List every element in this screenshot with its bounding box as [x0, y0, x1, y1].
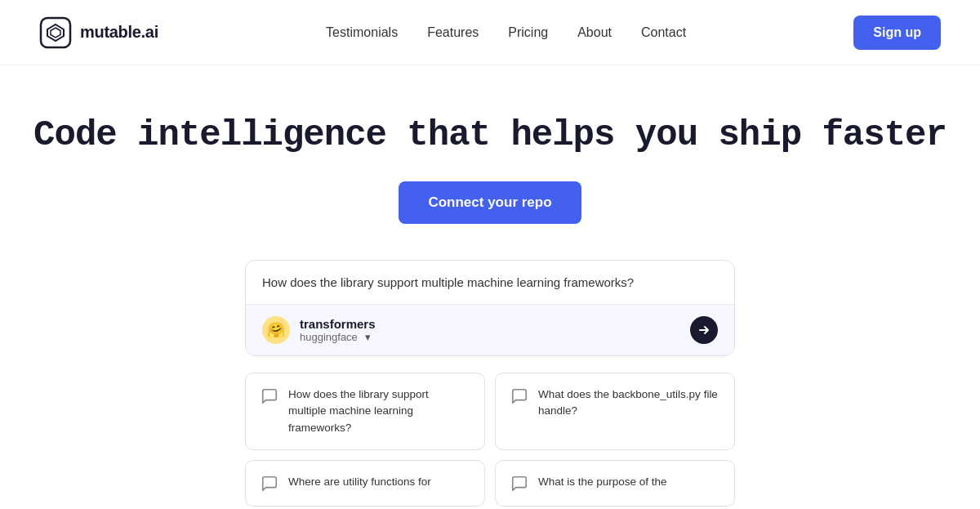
nav-contact[interactable]: Contact — [641, 25, 686, 40]
logo-icon — [39, 16, 72, 49]
suggestion-text-4: What is the purpose of the — [538, 474, 667, 490]
chat-icon-3 — [261, 475, 278, 493]
suggestion-text-2: What does the backbone_utils.py file han… — [538, 386, 719, 420]
arrow-right-icon — [697, 324, 710, 337]
nav-features[interactable]: Features — [427, 25, 479, 40]
suggestion-card-3[interactable]: Where are utility functions for — [245, 460, 485, 507]
chevron-down-icon: ▾ — [365, 331, 371, 343]
repo-details: transformers huggingface ▾ — [300, 317, 376, 343]
suggestion-text-1: How does the library support multiple ma… — [288, 386, 470, 436]
suggestion-card-4[interactable]: What is the purpose of the — [495, 460, 735, 507]
connect-repo-button[interactable]: Connect your repo — [399, 181, 581, 224]
chat-icon-1 — [261, 387, 278, 405]
repo-selector[interactable]: 🤗 transformers huggingface ▾ — [246, 305, 734, 355]
chat-icon-4 — [510, 475, 528, 493]
hero-title: Code intelligence that helps you ship fa… — [33, 114, 947, 155]
repo-name: transformers — [300, 317, 376, 331]
suggestion-text-3: Where are utility functions for — [288, 474, 431, 490]
nav-pricing[interactable]: Pricing — [508, 25, 548, 40]
chat-icon-2 — [510, 387, 528, 405]
repo-avatar: 🤗 — [262, 316, 290, 344]
main-search-card: How does the library support multiple ma… — [245, 260, 735, 356]
logo[interactable]: mutable.ai — [39, 16, 158, 49]
search-submit-button[interactable] — [690, 316, 718, 344]
suggestions-grid: How does the library support multiple ma… — [245, 373, 735, 507]
main-nav: Testimonials Features Pricing About Cont… — [326, 25, 686, 40]
svg-rect-0 — [41, 18, 70, 47]
nav-testimonials[interactable]: Testimonials — [326, 25, 398, 40]
logo-text: mutable.ai — [80, 23, 158, 42]
repo-org: huggingface ▾ — [300, 331, 376, 343]
repo-info-left: 🤗 transformers huggingface ▾ — [262, 316, 376, 344]
nav-about[interactable]: About — [577, 25, 612, 40]
suggestion-card-2[interactable]: What does the backbone_utils.py file han… — [495, 373, 735, 450]
suggestion-card-1[interactable]: How does the library support multiple ma… — [245, 373, 485, 450]
signup-button[interactable]: Sign up — [853, 16, 941, 50]
hero-section: Code intelligence that helps you ship fa… — [0, 65, 980, 509]
search-query-text: How does the library support multiple ma… — [246, 261, 734, 305]
